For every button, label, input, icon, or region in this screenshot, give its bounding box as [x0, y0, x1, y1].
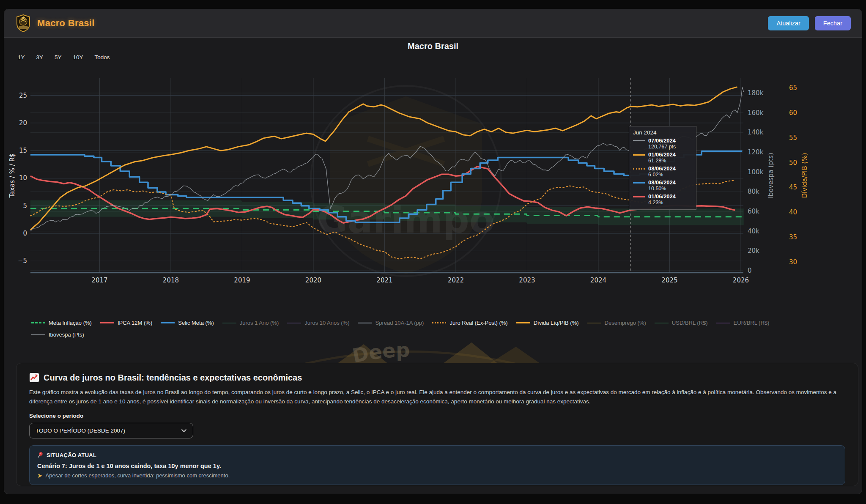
range-button-10y[interactable]: 10Y [73, 54, 83, 60]
legend-swatch-icon [358, 322, 372, 324]
period-select-label: Selecione o período [29, 413, 845, 419]
legend-item[interactable]: Spread 10A-1A (pp) [358, 320, 424, 326]
legend-item[interactable]: Meta Inflação (%) [31, 320, 92, 326]
section-title: Curva de juros no Brasil: tendências e e… [44, 373, 302, 383]
range-button-3y[interactable]: 3Y [36, 54, 44, 60]
chevron-down-icon [181, 429, 187, 433]
legend-item[interactable]: Desemprego (%) [587, 320, 646, 326]
legend-swatch-icon [587, 323, 601, 323]
x-axis-tick: 2025 [661, 277, 677, 284]
legend-item[interactable]: IPCA 12M (%) [100, 320, 152, 326]
legend-swatch-icon [287, 323, 301, 323]
x-axis-tick: 2018 [163, 277, 179, 284]
legend-label: Dívida Líq/PIB (%) [534, 320, 579, 326]
period-select[interactable]: TODO O PERÍODO (DESDE 2007) [29, 423, 193, 438]
tooltip-swatch-icon [633, 182, 645, 184]
legend-swatch-icon [161, 322, 175, 323]
page: Macro Brasil Atualizar Fechar GarimpoDee… [0, 0, 866, 504]
legend-item[interactable]: Selic Meta (%) [161, 320, 214, 326]
left-axis-tick: 25 [19, 92, 27, 99]
range-button-5y[interactable]: 5Y [55, 54, 62, 60]
ibovespa-axis-tick: 20k [748, 247, 759, 255]
legend-label: USD/BRL (R$) [672, 320, 708, 326]
legend-label: IPCA 12M (%) [118, 320, 152, 326]
ibovespa-axis-tick: 60k [748, 208, 759, 215]
divida-axis-tick: 65 [789, 84, 797, 92]
legend-label: Spread 10A-1A (pp) [375, 320, 424, 326]
range-selector: 1Y3Y5Y10YTodos [18, 54, 110, 60]
legend-label: Desemprego (%) [605, 320, 646, 326]
chart-legend: Meta Inflação (%)IPCA 12M (%)Selic Meta … [31, 320, 801, 338]
x-axis-tick: 2017 [91, 277, 107, 284]
x-axis-tick: 2024 [590, 277, 606, 284]
legend-swatch-icon [31, 322, 45, 323]
legend-item[interactable]: EUR/BRL (R$) [716, 320, 770, 326]
close-button[interactable]: Fechar [815, 16, 851, 30]
info-panel: Curva de juros no Brasil: tendências e e… [16, 363, 858, 486]
tooltip-value: 4.23% [648, 200, 692, 205]
left-axis-tick: 0 [23, 230, 27, 237]
legend-swatch-icon [222, 323, 236, 323]
legend-label: Juros 1 Ano (%) [240, 320, 279, 326]
tooltip-date: 07/06/2024 [648, 137, 692, 144]
range-button-todos[interactable]: Todos [95, 54, 110, 60]
x-axis-tick: 2019 [234, 277, 250, 284]
left-axis-title: Taxas / % / R$ [8, 153, 16, 198]
chart-tooltip: Jun 2024 07/06/2024120,767 pts01/06/2024… [629, 126, 696, 210]
ibovespa-axis-tick: 80k [748, 188, 759, 195]
ibovespa-axis-tick: 180k [748, 89, 764, 97]
ibovespa-axis-tick: 140k [748, 129, 764, 136]
chart-section: GarimpoDeep 2520151050−5180k160k140k120k… [4, 37, 862, 363]
legend-item[interactable]: USD/BRL (R$) [655, 320, 708, 326]
situation-note: Apesar de cortes esperados, curva invert… [46, 472, 230, 479]
legend-item[interactable]: Juro Real (Ex-Post) (%) [432, 320, 507, 326]
x-axis-tick: 2021 [376, 277, 392, 284]
divida-axis-tick: 35 [789, 233, 797, 241]
divida-axis-tick: 55 [789, 134, 797, 142]
situation-scenario: Cenário 7: Juros de 1 e 10 anos caindo, … [37, 463, 837, 469]
tooltip-swatch-icon [633, 140, 645, 141]
tooltip-row: 07/06/2024120,767 pts [633, 137, 692, 150]
pushpin-icon [37, 452, 44, 458]
left-axis-tick: −5 [18, 257, 27, 265]
legend-item[interactable]: Dívida Líq/PIB (%) [516, 320, 579, 326]
app-card: Macro Brasil Atualizar Fechar GarimpoDee… [4, 9, 862, 494]
left-axis-tick: 10 [19, 174, 27, 182]
chart-up-emoji-icon [29, 373, 39, 383]
tooltip-swatch-icon [633, 154, 645, 156]
x-axis-tick: 2023 [519, 277, 535, 284]
legend-label: Meta Inflação (%) [49, 320, 92, 326]
section-title-row: Curva de juros no Brasil: tendências e e… [29, 373, 845, 383]
x-axis-tick: 2026 [733, 277, 749, 284]
situation-note-row: ➤ Apesar de cortes esperados, curva inve… [37, 472, 837, 479]
macro-chart-plot[interactable]: 2520151050−5180k160k140k120k100k80k60k40… [4, 37, 862, 363]
legend-item[interactable]: Juros 10 Anos (%) [287, 320, 349, 326]
current-situation-box: SITUAÇÃO ATUAL Cenário 7: Juros de 1 e 1… [29, 445, 845, 485]
left-axis-tick: 20 [19, 119, 27, 127]
situation-heading-row: SITUAÇÃO ATUAL [37, 452, 837, 458]
tooltip-row: 08/06/202410.50% [633, 179, 692, 192]
divida-axis-tick: 50 [789, 159, 797, 167]
range-button-1y[interactable]: 1Y [18, 54, 25, 60]
situation-heading: SITUAÇÃO ATUAL [47, 452, 96, 458]
divida-axis-tick: 30 [789, 258, 797, 266]
legend-swatch-icon [655, 323, 669, 323]
legend-swatch-icon [432, 322, 446, 323]
legend-swatch-icon [100, 322, 114, 323]
x-axis-tick: 2020 [305, 277, 321, 284]
left-axis-tick: 15 [19, 147, 27, 154]
divida-axis-tick: 45 [789, 184, 797, 191]
ibovespa-axis-tick: 0 [748, 267, 752, 274]
chart-title: Macro Brasil [4, 41, 862, 51]
refresh-button[interactable]: Atualizar [768, 16, 808, 30]
divida-axis-tick: 60 [789, 109, 797, 117]
x-axis-tick: 2022 [448, 277, 464, 284]
tooltip-row: 01/06/20244.23% [633, 193, 692, 205]
tooltip-value: 10.50% [648, 186, 692, 192]
legend-item[interactable]: Ibovespa (Pts) [31, 331, 84, 338]
tooltip-value: 6.02% [648, 172, 692, 178]
legend-item[interactable]: Juros 1 Ano (%) [222, 320, 279, 326]
header-bar: Macro Brasil Atualizar Fechar [4, 9, 862, 38]
ibovespa-axis-tick: 120k [748, 148, 764, 156]
period-select-value: TODO O PERÍODO (DESDE 2007) [36, 427, 181, 434]
